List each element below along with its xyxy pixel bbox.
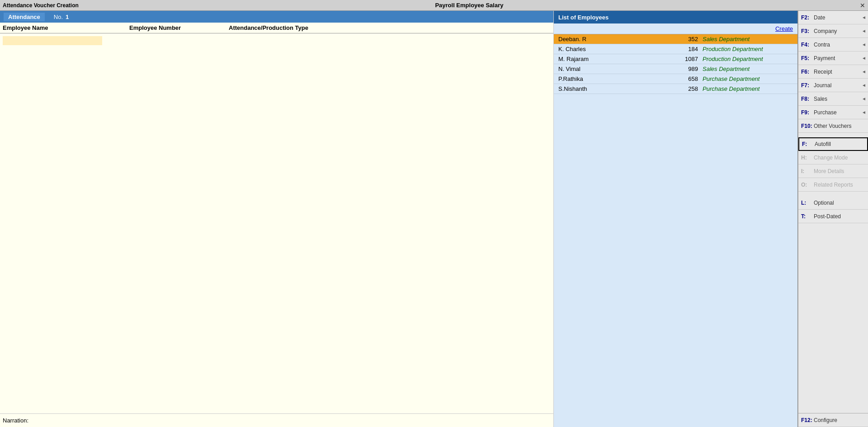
employee-number: 258: [666, 85, 703, 92]
employee-list: Deeban. R352Sales DepartmentK. Charles18…: [554, 34, 797, 427]
fkey-label-f10: Other Vouchers: [814, 123, 851, 129]
fkey-item-f4[interactable]: F4: Contra◄: [798, 38, 868, 52]
fkey-label-t: Post-Dated: [814, 213, 841, 220]
employee-dept: Purchase Department: [703, 75, 793, 82]
create-link[interactable]: Create: [775, 25, 793, 32]
fkey-item-f12[interactable]: F12: Configure: [798, 413, 868, 427]
fkey-label-l: Optional: [814, 200, 834, 206]
fkey-key-f12: F12:: [801, 417, 814, 423]
fkey-key-o: O:: [801, 182, 814, 188]
fkey-item-i: I: More Details: [798, 164, 868, 178]
fkey-label-o: Related Reports: [814, 182, 853, 188]
employee-dept: Production Department: [703, 46, 793, 52]
center-title: Payroll Employee Salary: [79, 2, 860, 9]
employee-row[interactable]: N. Vimal989Sales Department: [554, 64, 797, 74]
fkey-label-f-autofill: Autofill: [815, 141, 831, 147]
col-header-attendance-type: Attendance/Production Type: [229, 24, 551, 31]
employee-row[interactable]: P.Rathika658Purchase Department: [554, 74, 797, 84]
list-header: List of Employees: [554, 11, 797, 23]
fkey-item-t[interactable]: T: Post-Dated: [798, 210, 868, 223]
employee-row[interactable]: M. Rajaram1087Production Department: [554, 54, 797, 64]
fkey-bottom: F12: Configure: [798, 413, 868, 427]
fkey-item-f3[interactable]: F3: Company◄: [798, 24, 868, 38]
fkey-key-f5: F5:: [801, 55, 814, 61]
fkey-key-f3: F3:: [801, 28, 814, 34]
employee-name: K. Charles: [558, 46, 666, 52]
employee-dept: Sales Department: [703, 36, 793, 42]
narration-area: Narration:: [0, 413, 553, 427]
right-panel: F2: Date◄F3: Company◄F4: Contra◄F5: Paym…: [798, 11, 868, 427]
table-body: [0, 33, 553, 413]
fkey-label-f8: Sales: [814, 96, 827, 102]
fkey-label-f5: Payment: [814, 55, 835, 61]
voucher-no: 1: [66, 14, 69, 20]
empty-cell: [129, 36, 229, 45]
fkey-item-l[interactable]: L: Optional: [798, 196, 868, 210]
fkey-item-f-autofill[interactable]: F: Autofill: [798, 137, 868, 151]
fkey-key-t: T:: [801, 213, 814, 220]
fkey-key-i: I:: [801, 168, 814, 174]
fkey-label-i: More Details: [814, 168, 844, 174]
arrow-icon: ◄: [862, 42, 866, 47]
fkey-label-h: Change Mode: [814, 155, 848, 161]
arrow-icon: ◄: [862, 28, 866, 33]
employee-number: 184: [666, 46, 703, 52]
employee-row[interactable]: K. Charles184Production Department: [554, 44, 797, 54]
create-bar: Create: [554, 23, 797, 34]
fkey-item-f10[interactable]: F10: Other Vouchers: [798, 119, 868, 133]
fkey-key-f2: F2:: [801, 14, 814, 21]
close-button[interactable]: ✕: [860, 2, 865, 9]
app-title: Attendance Voucher Creation: [3, 2, 79, 9]
voucher-no-label: No.: [54, 14, 63, 20]
employee-name: P.Rathika: [558, 75, 666, 82]
fkey-item-f5[interactable]: F5: Payment◄: [798, 52, 868, 65]
fkey-key-f6: F6:: [801, 69, 814, 75]
fkey-item-f6[interactable]: F6: Receipt◄: [798, 65, 868, 79]
col-header-employee-name: Employee Name: [3, 24, 129, 31]
fkey-key-l: L:: [801, 200, 814, 206]
employee-dept: Sales Department: [703, 66, 793, 72]
employee-name-input[interactable]: [3, 36, 102, 45]
fkey-item-f7[interactable]: F7: Journal◄: [798, 79, 868, 92]
employee-name: M. Rajaram: [558, 56, 666, 62]
fkey-key-h: H:: [801, 155, 814, 161]
employee-number: 352: [666, 36, 703, 42]
fkey-label-f7: Journal: [814, 82, 831, 89]
employee-name: S.Nishanth: [558, 85, 666, 92]
fkey-item-f8[interactable]: F8: Sales◄: [798, 92, 868, 106]
fkey-label-f6: Receipt: [814, 69, 832, 75]
fkey-label-f4: Contra: [814, 42, 830, 48]
fkey-item-f2[interactable]: F2: Date◄: [798, 11, 868, 24]
fkey-key-f9: F9:: [801, 109, 814, 116]
list-title: List of Employees: [558, 14, 609, 21]
empty-cell-2: [229, 36, 551, 45]
employee-row[interactable]: Deeban. R352Sales Department: [554, 34, 797, 44]
fkey-key-f4: F4:: [801, 42, 814, 48]
fkey-label-f9: Purchase: [814, 109, 837, 116]
fkey-item-o: O: Related Reports: [798, 178, 868, 192]
arrow-icon: ◄: [862, 110, 866, 115]
fkey-spacer: [798, 223, 868, 413]
arrow-icon: ◄: [862, 83, 866, 88]
fkey-separator-1: [798, 133, 868, 137]
table-header: Employee Name Employee Number Attendance…: [0, 23, 553, 33]
employee-number: 658: [666, 75, 703, 82]
fkey-label-f12: Configure: [814, 417, 837, 423]
voucher-header: Attendance No. 1: [0, 11, 553, 23]
fkey-separator-2: [798, 192, 868, 196]
table-row: [3, 36, 551, 45]
employee-number: 1087: [666, 56, 703, 62]
fkey-key-f10: F10:: [801, 123, 814, 129]
main-area: Attendance No. 1 Employee Name Employee …: [0, 11, 868, 427]
col-header-employee-number: Employee Number: [129, 24, 229, 31]
employee-row[interactable]: S.Nishanth258Purchase Department: [554, 84, 797, 94]
employee-name: N. Vimal: [558, 66, 666, 72]
employee-dept: Production Department: [703, 56, 793, 62]
fkey-item-f9[interactable]: F9: Purchase◄: [798, 106, 868, 119]
fkey-key-f8: F8:: [801, 96, 814, 102]
narration-label: Narration:: [3, 417, 28, 424]
arrow-icon: ◄: [862, 69, 866, 74]
fkey-item-h: H: Change Mode: [798, 151, 868, 164]
arrow-icon: ◄: [862, 56, 866, 61]
title-bar: Attendance Voucher Creation Payroll Empl…: [0, 0, 868, 11]
